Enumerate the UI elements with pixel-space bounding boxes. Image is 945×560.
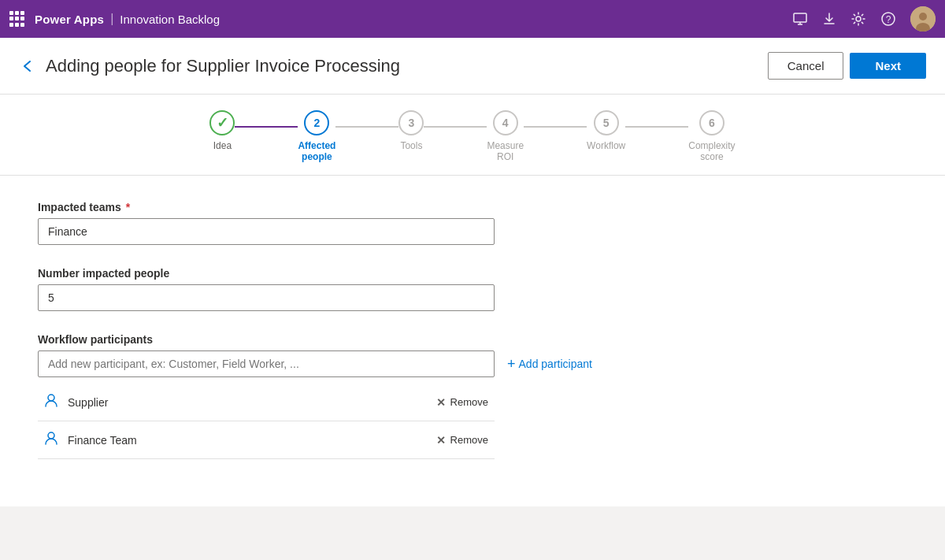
back-button[interactable] [19, 57, 36, 75]
person-icon-finance [44, 431, 58, 449]
number-impacted-input[interactable] [38, 284, 495, 311]
impacted-teams-label: Impacted teams * [38, 201, 907, 213]
step-label-tools: Tools [400, 140, 422, 151]
participant-name-finance: Finance Team [68, 434, 436, 447]
step-tools: 3 Tools [398, 110, 424, 151]
stepper-container: ✓ Idea 2 Affectedpeople 3 Tools 4 Measur… [0, 95, 945, 176]
section-name: Innovation Backlog [120, 13, 220, 26]
svg-text:?: ? [886, 14, 891, 25]
step-measure-roi: 4 MeasureROI [487, 110, 524, 162]
step-label-idea: Idea [213, 140, 232, 151]
remove-supplier-button[interactable]: ✕ Remove [436, 396, 488, 409]
add-participant-label: Add participant [519, 358, 592, 370]
required-star: * [123, 201, 130, 213]
workflow-participants-label: Workflow participants [38, 333, 907, 346]
settings-icon[interactable] [850, 11, 866, 27]
svg-point-10 [48, 432, 54, 439]
number-impacted-label: Number impacted people [38, 267, 907, 280]
connector-3 [424, 126, 487, 128]
help-icon[interactable]: ? [880, 11, 896, 27]
step-idea: ✓ Idea [209, 110, 235, 151]
remove-supplier-label: Remove [450, 396, 488, 408]
participant-input[interactable] [38, 350, 495, 377]
step-circle-complexity: 6 [699, 110, 724, 135]
apps-icon[interactable] [9, 11, 25, 27]
download-icon[interactable] [822, 12, 836, 26]
user-avatar[interactable] [910, 6, 936, 32]
main-content: Impacted teams * Number impacted people … [0, 176, 945, 506]
step-circle-idea: ✓ [209, 110, 235, 135]
step-affected-people: 2 Affectedpeople [298, 110, 335, 162]
connector-4 [524, 126, 587, 128]
stepper: ✓ Idea 2 Affectedpeople 3 Tools 4 Measur… [209, 110, 735, 162]
participant-name-supplier: Supplier [68, 396, 436, 409]
connector-5 [625, 126, 688, 128]
step-label-workflow: Workflow [587, 140, 625, 151]
impacted-teams-input[interactable] [38, 218, 495, 245]
remove-x-icon-finance: ✕ [436, 434, 446, 447]
step-circle-workflow: 5 [594, 110, 619, 135]
page-header: Adding people for Supplier Invoice Proce… [0, 38, 945, 95]
step-label-roi: MeasureROI [487, 140, 524, 162]
svg-point-9 [48, 395, 54, 401]
remove-finance-button[interactable]: ✕ Remove [436, 434, 488, 447]
page-title: Adding people for Supplier Invoice Proce… [46, 56, 768, 76]
step-circle-roi: 4 [493, 110, 518, 135]
participant-item-supplier: Supplier ✕ Remove [38, 384, 495, 421]
topbar: Power Apps | Innovation Backlog ? [0, 0, 945, 38]
connector-1 [235, 126, 298, 128]
add-participant-button[interactable]: + Add participant [507, 356, 592, 373]
step-circle-tools: 3 [398, 110, 424, 135]
participant-list: Supplier ✕ Remove Finance Team ✕ Remove [38, 384, 495, 459]
step-complexity: 6 Complexityscore [688, 110, 735, 162]
next-button[interactable]: Next [850, 53, 926, 79]
step-circle-affected: 2 [304, 110, 329, 135]
participant-item-finance: Finance Team ✕ Remove [38, 421, 495, 459]
cancel-button[interactable]: Cancel [768, 52, 844, 80]
app-name: Power Apps [35, 13, 104, 26]
svg-rect-0 [794, 13, 806, 22]
svg-point-7 [919, 13, 927, 20]
connector-2 [335, 126, 398, 128]
step-label-complexity: Complexityscore [688, 140, 735, 162]
number-impacted-group: Number impacted people [38, 267, 907, 311]
topbar-right: ? [792, 6, 936, 32]
impacted-teams-group: Impacted teams * [38, 201, 907, 245]
topbar-separator: | [110, 12, 113, 26]
remove-x-icon-supplier: ✕ [436, 396, 446, 409]
step-workflow: 5 Workflow [587, 110, 625, 151]
remove-finance-label: Remove [450, 434, 488, 446]
step-label-affected: Affectedpeople [298, 140, 335, 162]
screen-icon[interactable] [792, 11, 808, 27]
workflow-participants-group: Workflow participants + Add participant … [38, 333, 907, 459]
svg-point-3 [856, 17, 861, 21]
person-icon-supplier [44, 393, 58, 411]
participant-input-row: + Add participant [38, 350, 907, 377]
plus-icon: + [507, 356, 516, 373]
